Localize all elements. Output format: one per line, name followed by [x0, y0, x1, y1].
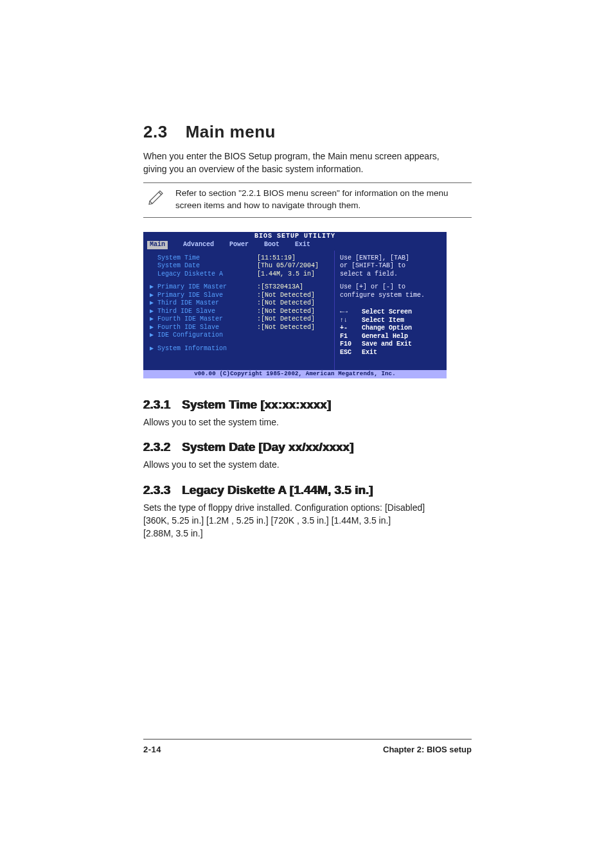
subsection-232-num: 2.3.2	[143, 440, 170, 454]
triangle-marker-icon: ▶	[150, 324, 157, 332]
bios-key-action: Save and Exit	[362, 341, 412, 349]
note-callout: Refer to section "2.2.1 BIOS menu screen…	[143, 182, 472, 218]
bios-field-value: :[Not Detected]	[257, 308, 315, 316]
section-heading: 2.3Main menu	[143, 122, 472, 142]
bios-field-value: [11:51:19]	[257, 254, 296, 263]
bios-main-panel: System Time[11:51:19] System Date[Thu 05…	[143, 251, 335, 370]
bios-field-label: Fourth IDE Master	[157, 315, 257, 324]
bios-field-row[interactable]: ▶Primary IDE Slave:[Not Detected]	[150, 292, 329, 300]
bios-field-value: [Thu 05/07/2004]	[257, 262, 319, 270]
bios-key-action: Select Item	[362, 317, 404, 325]
bios-field-label: Primary IDE Slave	[157, 292, 257, 300]
bios-field-label: Third IDE Slave	[157, 308, 257, 316]
subsection-231-body: Allows you to set the system time.	[143, 416, 472, 429]
bios-key-action: Select Screen	[362, 308, 412, 317]
bios-help-hint1: Use [ENTER], [TAB] or [SHIFT-TAB] to sel…	[340, 254, 443, 279]
bios-key-shortcut: ↑↓	[340, 317, 362, 325]
bios-field-label: IDE Configuration	[157, 332, 257, 340]
bios-field-row[interactable]: ▶Fourth IDE Master:[Not Detected]	[150, 315, 329, 324]
bios-top-rows: System Time[11:51:19] System Date[Thu 05…	[150, 254, 329, 279]
bios-key-shortcut: +-	[340, 324, 362, 333]
bios-field-label: Fourth IDE Slave	[157, 324, 257, 332]
bios-bot-rows: ▶System Information	[150, 345, 329, 353]
note-text: Refer to section "2.2.1 BIOS menu screen…	[170, 187, 472, 212]
triangle-marker-icon: ▶	[150, 283, 157, 292]
bios-field-value: :[Not Detected]	[257, 299, 315, 308]
sub3-line2: [360K, 5.25 in.] [1.2M , 5.25 in.] [720K…	[143, 515, 391, 526]
bios-hint1-line3: select a field.	[340, 270, 443, 279]
intro-line-1: When you enter the BIOS Setup program, t…	[143, 151, 440, 161]
bios-hint2-line2: configure system time.	[340, 292, 443, 300]
bios-tab-exit[interactable]: Exit	[295, 241, 310, 249]
bios-key-row: ↑↓Select Item	[340, 317, 443, 325]
bios-field-label: System Information	[157, 345, 257, 353]
bios-field-label: Legacy Diskette A	[157, 270, 257, 279]
bios-field-row[interactable]: ▶Fourth IDE Slave:[Not Detected]	[150, 324, 329, 332]
bios-key-action: Exit	[362, 349, 377, 357]
bios-field-value: :[ST320413A]	[257, 283, 303, 292]
bios-body: System Time[11:51:19] System Date[Thu 05…	[143, 251, 447, 370]
bios-help-panel: Use [ENTER], [TAB] or [SHIFT-TAB] to sel…	[335, 251, 447, 370]
bios-tab-main[interactable]: Main	[147, 241, 168, 249]
bios-field-row[interactable]: ▶System Information	[150, 345, 329, 353]
subsection-231-heading: 2.3.1System Time [xx:xx:xxxx]	[143, 398, 472, 412]
bios-copyright-footer: v00.00 (C)Copyright 1985-2002, American …	[143, 370, 447, 378]
intro-line-2: giving you an overview of the basic syst…	[143, 164, 363, 174]
intro-paragraph: When you enter the BIOS Setup program, t…	[143, 150, 472, 176]
triangle-marker-icon: ▶	[150, 292, 157, 300]
triangle-marker-icon: ▶	[150, 299, 157, 308]
section-title-text: Main menu	[186, 122, 276, 141]
triangle-marker-icon: ▶	[150, 315, 157, 324]
bios-key-shortcut: ESC	[340, 349, 362, 357]
bios-key-row: +-Change Option	[340, 324, 443, 333]
bios-field-row[interactable]: System Time[11:51:19]	[150, 254, 329, 263]
sub3-line3: [2.88M, 3.5 in.]	[143, 528, 203, 538]
bios-field-value: [1.44M, 3.5 in]	[257, 270, 315, 279]
subsection-233-body: Sets the type of floppy drive installed.…	[143, 501, 472, 540]
bios-field-row[interactable]: ▶IDE Configuration	[150, 332, 329, 340]
page-content: 2.3Main menu When you enter the BIOS Set…	[0, 0, 613, 754]
bios-hint2-line1: Use [+] or [-] to	[340, 283, 443, 292]
bios-field-row[interactable]: ▶Third IDE Slave:[Not Detected]	[150, 308, 329, 316]
bios-help-hint2: Use [+] or [-] to configure system time.	[340, 283, 443, 299]
bios-key-action: Change Option	[362, 324, 412, 333]
page-footer: 2-14 Chapter 2: BIOS setup	[143, 739, 472, 754]
bios-key-shortcut: F1	[340, 333, 362, 341]
bios-key-row: ESCExit	[340, 349, 443, 357]
bios-field-value: :[Not Detected]	[257, 315, 315, 324]
bios-field-row[interactable]: System Date[Thu 05/07/2004]	[150, 262, 329, 270]
subsection-233-num: 2.3.3	[143, 483, 170, 497]
chapter-label: Chapter 2: BIOS setup	[383, 745, 472, 754]
bios-key-row: ←→Select Screen	[340, 308, 443, 317]
bios-title: BIOS SETUP UTILITY	[143, 232, 447, 242]
bios-tab-boot[interactable]: Boot	[264, 241, 280, 249]
bios-key-legend: ←→Select Screen↑↓Select Item+-Change Opt…	[340, 308, 443, 357]
bios-menu-bar: Main Advanced Power Boot Exit	[143, 241, 447, 251]
subsection-232-heading: 2.3.2System Date [Day xx/xx/xxxx]	[143, 440, 472, 454]
subsection-232-body: Allows you to set the system date.	[143, 458, 472, 471]
bios-mid-rows: ▶Primary IDE Master:[ST320413A]▶Primary …	[150, 283, 329, 340]
bios-field-label: Primary IDE Master	[157, 283, 257, 292]
bios-field-row[interactable]: Legacy Diskette A[1.44M, 3.5 in]	[150, 270, 329, 279]
bios-key-shortcut: F10	[340, 341, 362, 349]
bios-key-row: F1General Help	[340, 333, 443, 341]
bios-field-value: :[Not Detected]	[257, 324, 315, 332]
bios-screenshot: BIOS SETUP UTILITY Main Advanced Power B…	[143, 232, 447, 378]
subsection-233-title: Legacy Diskette A [1.44M, 3.5 in.]	[182, 483, 373, 497]
bios-key-row: F10Save and Exit	[340, 341, 443, 349]
bios-hint1-line1: Use [ENTER], [TAB]	[340, 254, 443, 263]
triangle-marker-icon: ▶	[150, 345, 157, 353]
subsection-231-num: 2.3.1	[143, 398, 170, 411]
bios-field-row[interactable]: ▶Primary IDE Master:[ST320413A]	[150, 283, 329, 292]
sub3-line1: Sets the type of floppy drive installed.…	[143, 502, 425, 513]
bios-field-row[interactable]: ▶Third IDE Master:[Not Detected]	[150, 299, 329, 308]
bios-field-label: Third IDE Master	[157, 299, 257, 308]
pencil-note-icon	[143, 187, 170, 205]
subsection-233-heading: 2.3.3Legacy Diskette A [1.44M, 3.5 in.]	[143, 483, 472, 497]
bios-key-action: General Help	[362, 333, 408, 341]
bios-key-shortcut: ←→	[340, 308, 362, 317]
bios-tab-advanced[interactable]: Advanced	[183, 241, 214, 249]
section-number: 2.3	[143, 122, 168, 141]
bios-tab-power[interactable]: Power	[229, 241, 249, 249]
subsection-231-title: System Time [xx:xx:xxxx]	[182, 398, 331, 411]
